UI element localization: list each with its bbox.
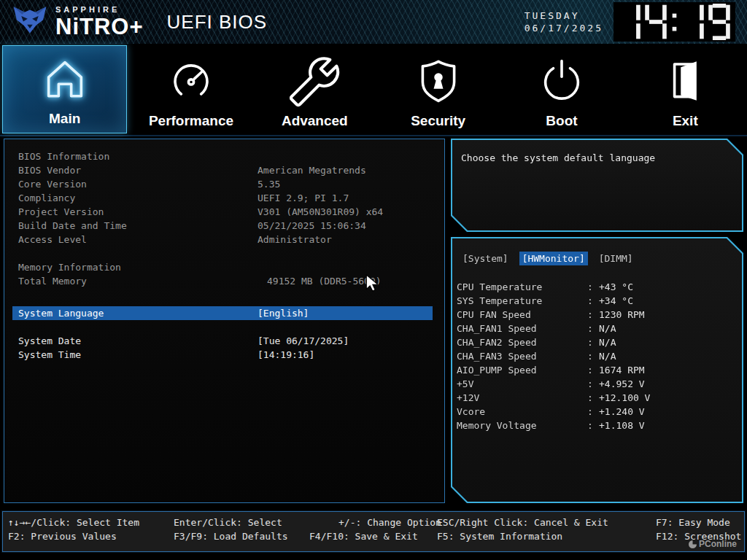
option-row-system-language[interactable]: System Language[English] xyxy=(12,306,433,320)
hw-row-sys-temp: SYS Temperature:+34 °C xyxy=(452,294,742,308)
hw-row-5v: +5V:+4.952 V xyxy=(452,377,742,391)
hotkey-save-exit: F4/F10: Save & Exit xyxy=(309,529,437,543)
mouse-cursor xyxy=(365,274,379,292)
shield-keyhole-icon xyxy=(412,53,465,107)
hotkey-select: Enter/Click: Select xyxy=(174,516,338,529)
section-title: Memory Information xyxy=(4,260,444,274)
weekday-text: TUESDAY xyxy=(525,9,603,22)
hw-monitor-tabs: [System] [HWMonitor] [DIMM] xyxy=(452,238,742,265)
info-row-access-level: Access LevelAdministrator xyxy=(4,233,444,246)
hotkey-easy-mode: F7: Easy Mode xyxy=(656,516,744,529)
hw-row-cpu-temp: CPU Temperature:+43 °C xyxy=(452,280,742,294)
tab-advanced[interactable]: Advanced xyxy=(253,44,376,135)
brand-nitro-text: NiTRO+ xyxy=(55,15,144,38)
help-text: Choose the system default language xyxy=(452,140,742,176)
tab-performance-label: Performance xyxy=(149,113,233,129)
hw-row-aio-pump: AIO_PUMP Speed:1674 RPM xyxy=(452,363,742,377)
section-title: BIOS Information xyxy=(4,149,444,163)
settings-panel: BIOS Information BIOS VendorAmerican Meg… xyxy=(4,139,445,503)
brand-sapphire-text: SAPPHIRE xyxy=(55,6,144,14)
tab-security-label: Security xyxy=(411,113,465,129)
gauge-icon xyxy=(165,53,217,107)
hw-monitor-panel: [System] [HWMonitor] [DIMM] CPU Temperat… xyxy=(451,237,743,503)
hotkey-change-option: +/-: Change Option xyxy=(338,516,437,529)
hw-row-cha-fan3: CHA_FAN3 Speed:N/A xyxy=(452,349,742,363)
hw-tab-system[interactable]: [System] xyxy=(462,252,508,265)
clock-display xyxy=(614,2,735,42)
hotkey-bar: ↑↓→←/Click: Select Item Enter/Click: Sel… xyxy=(2,511,745,552)
option-row-system-time[interactable]: System Time[14:19:16] xyxy=(4,348,444,362)
brand-logo: SAPPHIRE NiTRO+ xyxy=(10,4,144,39)
help-panel: Choose the system default language xyxy=(451,139,743,232)
info-row-project-version: Project VersionV301 (AM50N301R09) x64 xyxy=(4,205,444,219)
hw-row-memory-voltage: Memory Voltage:+1.108 V xyxy=(452,419,742,432)
power-icon xyxy=(535,53,588,107)
info-row-build-date: Build Date and Time05/21/2025 15:06:34 xyxy=(4,219,444,233)
bios-screen: SAPPHIRE NiTRO+ UEFI BIOS TUESDAY 06/17/… xyxy=(0,0,747,560)
tab-boot[interactable]: Boot xyxy=(500,44,623,135)
hw-row-cha-fan1: CHA_FAN1 Speed:N/A xyxy=(452,322,742,335)
hotkey-load-defaults: F3/F9: Load Defaults xyxy=(174,529,309,543)
tab-security[interactable]: Security xyxy=(376,44,500,135)
system-date-display: TUESDAY 06/17/2025 xyxy=(525,9,603,34)
tab-advanced-label: Advanced xyxy=(282,113,348,129)
info-row-core-version: Core Version5.35 xyxy=(4,177,444,191)
page-title: UEFI BIOS xyxy=(167,11,268,34)
info-row-compliancy: CompliancyUEFI 2.9; PI 1.7 xyxy=(4,191,444,205)
tab-exit[interactable]: Exit xyxy=(624,44,747,135)
hw-tab-hwmonitor[interactable]: [HWMonitor] xyxy=(519,252,588,265)
tab-main-label: Main xyxy=(49,111,80,127)
nav-tab-bar: Main Performance Advanced xyxy=(0,44,747,136)
option-row-system-date[interactable]: System Date[Tue 06/17/2025] xyxy=(4,334,444,348)
hotkey-system-information: F5: System Information xyxy=(437,529,656,543)
pconline-logo-icon xyxy=(689,540,697,548)
hw-row-cha-fan2: CHA_FAN2 Speed:N/A xyxy=(452,335,742,349)
hw-row-vcore: Vcore:+1.240 V xyxy=(452,405,742,419)
hw-row-12v: +12V:+12.100 V xyxy=(452,391,742,405)
hw-row-cpu-fan: CPU FAN Speed:1230 RPM xyxy=(452,308,742,322)
tab-performance[interactable]: Performance xyxy=(129,44,252,135)
date-text: 06/17/2025 xyxy=(525,22,603,34)
info-row-bios-vendor: BIOS VendorAmerican Megatrends xyxy=(4,163,444,177)
tab-exit-label: Exit xyxy=(673,113,698,129)
tab-boot-label: Boot xyxy=(546,113,577,129)
hw-tab-dimm[interactable]: [DIMM] xyxy=(599,252,633,265)
wrench-icon xyxy=(289,53,340,107)
nitro-fox-logo-icon xyxy=(10,4,50,39)
pconline-watermark: PConline xyxy=(689,539,737,549)
hotkey-cancel-exit: ESC/Right Click: Cancel & Exit xyxy=(437,516,656,529)
home-icon xyxy=(39,51,91,105)
tab-main[interactable]: Main xyxy=(2,45,127,133)
header: SAPPHIRE NiTRO+ UEFI BIOS TUESDAY 06/17/… xyxy=(0,0,747,44)
hotkey-select-item: ↑↓→←/Click: Select Item xyxy=(8,516,174,529)
exit-door-icon xyxy=(659,53,711,107)
hotkey-previous-values: F2: Previous Values xyxy=(8,529,174,543)
